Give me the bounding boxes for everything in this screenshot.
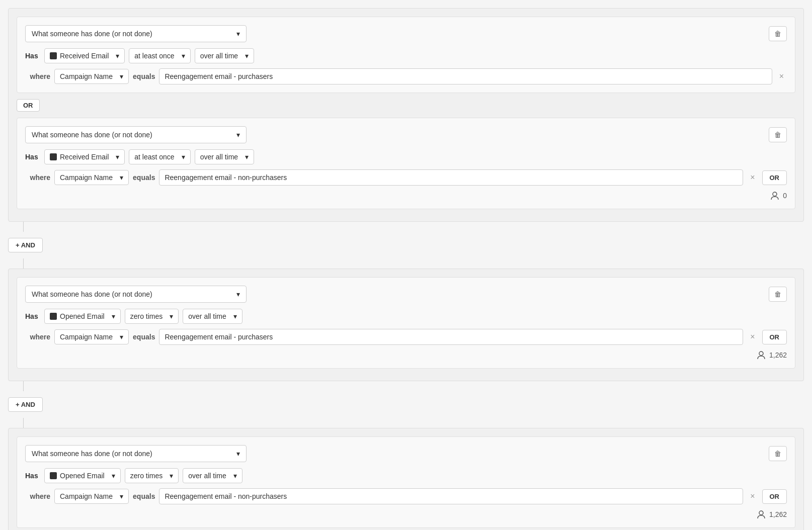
filter-field-label-2: Campaign Name [60, 173, 113, 182]
equals-label-3: equals [133, 333, 155, 341]
main-dropdown-1-label: What someone has done (or not done) [32, 30, 152, 38]
action-dropdown-3[interactable]: Opened Email ▾ [44, 309, 121, 324]
filter-field-label-3: Campaign Name [60, 333, 113, 341]
action-chevron-3: ▾ [112, 312, 115, 320]
count-label-3: 1,262 [769, 510, 787, 518]
delete-button-4[interactable]: 🗑 [769, 446, 787, 461]
delete-button-3[interactable]: 🗑 [769, 287, 787, 302]
frequency-chevron-1: ▾ [182, 52, 185, 60]
frequency-chevron-2: ▾ [182, 153, 185, 161]
clear-button-3[interactable]: × [747, 331, 758, 342]
chevron-icon-2: ▾ [236, 131, 240, 139]
and-button-1[interactable]: + AND [8, 238, 43, 252]
delete-button-2[interactable]: 🗑 [769, 127, 787, 142]
timeframe-dropdown-2[interactable]: over all time ▾ [195, 149, 254, 164]
page-container: What someone has done (or not done) ▾ 🗑 … [0, 0, 812, 530]
filter-value-input-3[interactable] [159, 329, 743, 345]
condition-block-1: What someone has done (or not done) ▾ 🗑 … [17, 17, 795, 93]
filter-value-input-2[interactable] [159, 169, 743, 186]
action-label-1: Received Email [60, 52, 109, 60]
filter-value-input-4[interactable] [159, 488, 743, 504]
where-label-2: where [25, 173, 50, 182]
action-label-3: Opened Email [60, 312, 105, 320]
count-label-2: 1,262 [769, 351, 787, 359]
condition-block-4: What someone has done (or not done) ▾ 🗑 … [17, 436, 795, 528]
frequency-dropdown-4[interactable]: zero times ▾ [125, 468, 179, 483]
frequency-label-4: zero times [130, 472, 163, 480]
filter-field-chevron-1: ▾ [120, 72, 123, 80]
timeframe-label-2: over all time [200, 153, 238, 161]
condition-block-3: What someone has done (or not done) ▾ 🗑 … [17, 277, 795, 369]
main-dropdown-2-label: What someone has done (or not done) [32, 131, 152, 139]
frequency-dropdown-3[interactable]: zero times ▾ [125, 309, 179, 324]
timeframe-chevron-3: ▾ [233, 312, 237, 320]
filter-field-dropdown-2[interactable]: Campaign Name ▾ [54, 170, 129, 185]
frequency-chevron-3: ▾ [170, 312, 173, 320]
filter-field-dropdown-1[interactable]: Campaign Name ▾ [54, 69, 129, 84]
person-icon-1 [770, 191, 780, 201]
clear-button-2[interactable]: × [747, 172, 758, 183]
top-row-1: What someone has done (or not done) ▾ 🗑 [25, 25, 787, 42]
filter-field-chevron-3: ▾ [120, 333, 123, 341]
action-dropdown-4[interactable]: Opened Email ▾ [44, 468, 121, 483]
or-button-4[interactable]: OR [762, 489, 787, 504]
filter-value-input-1[interactable] [159, 68, 772, 84]
timeframe-label-4: over all time [188, 472, 226, 480]
main-dropdown-1[interactable]: What someone has done (or not done) ▾ [25, 25, 247, 42]
chevron-icon-1: ▾ [236, 30, 240, 38]
where-row-1: where Campaign Name ▾ equals × [25, 68, 787, 84]
has-row-3: Has Opened Email ▾ zero times ▾ over all… [25, 309, 787, 324]
where-row-3: where Campaign Name ▾ equals × OR [25, 329, 787, 345]
and-button-2[interactable]: + AND [8, 397, 43, 412]
main-dropdown-4-label: What someone has done (or not done) [32, 450, 152, 458]
main-dropdown-4[interactable]: What someone has done (or not done) ▾ [25, 445, 247, 462]
frequency-dropdown-1[interactable]: at least once ▾ [129, 48, 190, 63]
timeframe-dropdown-4[interactable]: over all time ▾ [183, 468, 242, 483]
timeframe-label-3: over all time [188, 312, 226, 320]
count-row-1: 0 [25, 191, 787, 201]
timeframe-chevron-2: ▾ [245, 153, 249, 161]
filter-field-dropdown-3[interactable]: Campaign Name ▾ [54, 329, 129, 344]
has-label-4: Has [25, 472, 40, 480]
svg-point-0 [773, 192, 777, 196]
or-button-2[interactable]: OR [762, 170, 787, 185]
or-separator-button-1[interactable]: OR [17, 99, 40, 112]
action-dropdown-1[interactable]: Received Email ▾ [44, 48, 125, 63]
chevron-icon-4: ▾ [236, 450, 240, 458]
and-connector-2: + AND [8, 397, 804, 412]
condition-block-2: What someone has done (or not done) ▾ 🗑 … [17, 118, 795, 209]
has-label-3: Has [25, 312, 40, 320]
delete-button-1[interactable]: 🗑 [769, 26, 787, 41]
filter-field-chevron-2: ▾ [120, 173, 123, 182]
equals-label-4: equals [133, 492, 155, 500]
action-chevron-1: ▾ [116, 52, 119, 60]
timeframe-dropdown-1[interactable]: over all time ▾ [195, 48, 254, 63]
main-dropdown-3-label: What someone has done (or not done) [32, 290, 152, 298]
or-button-3[interactable]: OR [762, 330, 787, 344]
action-dropdown-2[interactable]: Received Email ▾ [44, 149, 125, 164]
timeframe-dropdown-3[interactable]: over all time ▾ [183, 309, 242, 324]
main-dropdown-2[interactable]: What someone has done (or not done) ▾ [25, 126, 247, 143]
clear-button-4[interactable]: × [747, 491, 758, 502]
connector-line-2 [23, 258, 24, 269]
filter-field-label-4: Campaign Name [60, 492, 113, 500]
frequency-dropdown-2[interactable]: at least once ▾ [129, 149, 190, 164]
and-connector-1: + AND [8, 238, 804, 252]
filter-field-dropdown-4[interactable]: Campaign Name ▾ [54, 489, 129, 504]
clear-button-1[interactable]: × [776, 71, 787, 82]
action-label-4: Opened Email [60, 472, 105, 480]
chevron-icon-3: ▾ [236, 290, 240, 298]
or-separator-1: OR [17, 99, 795, 112]
condition-section-3: What someone has done (or not done) ▾ 🗑 … [8, 428, 804, 530]
person-icon-3 [756, 509, 766, 519]
equals-label-2: equals [133, 173, 155, 182]
filter-field-chevron-4: ▾ [120, 492, 123, 500]
connector-line-1 [23, 222, 24, 232]
main-dropdown-3[interactable]: What someone has done (or not done) ▾ [25, 286, 247, 303]
action-icon-4 [50, 472, 57, 479]
top-row-2: What someone has done (or not done) ▾ 🗑 [25, 126, 787, 143]
person-icon-2 [756, 350, 766, 360]
has-label-2: Has [25, 153, 40, 161]
timeframe-chevron-4: ▾ [233, 472, 237, 480]
frequency-chevron-4: ▾ [170, 472, 173, 480]
